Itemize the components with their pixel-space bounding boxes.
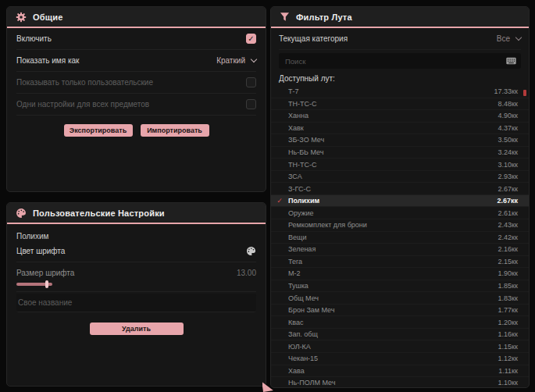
list-item[interactable]: Полихим2.67кк <box>271 195 529 208</box>
list-item[interactable]: Чекан-151.12кк <box>271 353 529 365</box>
list-item[interactable]: Хавк4.37кк <box>271 123 529 135</box>
custom-name-input[interactable] <box>16 294 256 312</box>
loot-item-name: Т-7 <box>288 87 494 95</box>
loot-item-value: 2.43кк <box>498 221 518 229</box>
list-item[interactable]: ТН-ТС-С3.10кк <box>271 159 529 171</box>
list-item[interactable]: Ремкомплект для брони2.43кк <box>271 219 529 232</box>
slider-handle[interactable] <box>45 280 48 288</box>
font-size-slider[interactable] <box>16 283 52 286</box>
loot-item-name: ТН-ТС-С <box>288 100 498 108</box>
enable-label: Включить <box>16 34 52 43</box>
loot-list-label: Доступный лут: <box>279 74 521 83</box>
loot-item-name: З-ГС-С <box>288 185 498 193</box>
panel-title: Пользовательские Настройки <box>33 208 165 218</box>
enable-checkbox[interactable] <box>246 34 256 44</box>
loot-item-value: 1.10кк <box>498 379 518 387</box>
panel-title: Общие <box>33 12 63 22</box>
loot-item-name: М-2 <box>288 269 498 277</box>
loot-item-name: Зап. общ <box>288 330 498 338</box>
list-item[interactable]: Ханна4.90кк <box>271 110 529 123</box>
export-button[interactable]: Экспортировать <box>64 124 133 137</box>
display-name-row: Показать имя как Краткий <box>16 50 256 72</box>
loot-item-value: 1.15кк <box>498 343 518 351</box>
list-item[interactable]: Квас1.20кк <box>271 316 529 329</box>
search-input[interactable] <box>284 56 501 66</box>
list-item[interactable]: Зеленая2.16кк <box>271 244 529 256</box>
list-item[interactable]: ТН-ТС-С8.48кк <box>271 98 529 111</box>
list-item[interactable]: Тега2.15кк <box>271 256 529 269</box>
loot-item-value: 1.90кк <box>498 269 518 277</box>
loot-filter-panel-header[interactable]: Фильтр Лута <box>271 7 529 28</box>
color-palette-icon[interactable] <box>246 246 256 256</box>
delete-button[interactable]: Удалить <box>90 323 184 335</box>
loot-item-value: 4.90кк <box>498 112 518 119</box>
loot-item-value: 1.11кк <box>498 367 518 375</box>
only-custom-checkbox[interactable] <box>246 77 256 87</box>
scrollbar-thumb[interactable] <box>523 90 526 96</box>
loot-item-name: ЗСА <box>288 173 498 180</box>
list-item[interactable]: М-21.90кк <box>271 268 529 280</box>
category-row: Текущая категория Все <box>279 28 521 50</box>
palette-icon <box>16 208 27 219</box>
user-settings-panel-header[interactable]: Пользовательские Настройки <box>7 203 266 224</box>
panel-title: Фильтр Лута <box>296 12 352 22</box>
display-name-combo[interactable]: Краткий <box>216 56 256 65</box>
loot-item-value: 2.15кк <box>498 258 518 265</box>
combo-value: Все <box>497 34 510 43</box>
font-color-row: Цвет шрифта <box>16 241 256 262</box>
loot-item-value: 2.61кк <box>498 209 518 217</box>
loot-item-name: Хавк <box>288 124 498 132</box>
general-panel-header[interactable]: Общие <box>7 7 266 28</box>
font-color-label: Цвет шрифта <box>16 247 65 255</box>
loot-item-name: Брон Зам Меч <box>288 306 498 314</box>
loot-item-name: Квас <box>288 319 498 326</box>
loot-item-name: Тушка <box>288 282 498 290</box>
category-label: Текущая категория <box>279 34 348 43</box>
loot-item-name: Нь-БЬ Меч <box>288 148 498 156</box>
resize-grip[interactable] <box>262 380 273 392</box>
loot-item-name: Нь-ПОЛМ Меч <box>288 379 498 387</box>
display-name-label: Показать имя как <box>16 56 79 65</box>
list-item[interactable]: Хава1.11кк <box>271 365 529 378</box>
same-settings-checkbox[interactable] <box>246 99 256 109</box>
loot-item-name: ТН-ТС-С <box>288 161 498 169</box>
loot-item-name: Полихим <box>288 197 497 205</box>
loot-filter-panel: Фильтр Лута Текущая категория Все <box>270 6 530 388</box>
list-item[interactable]: ЗБ-ЗО Меч3.50кк <box>271 134 529 147</box>
list-item[interactable]: Оружие2.61кк <box>271 207 529 219</box>
only-custom-row: Показывать только пользовательские <box>16 72 256 94</box>
list-item[interactable]: З-ГС-С2.67кк <box>271 183 529 195</box>
list-item[interactable]: ЮЛ-КА1.15кк <box>271 340 529 353</box>
list-item[interactable]: ЗСА2.93кк <box>271 171 529 184</box>
loot-item-value: 3.10кк <box>498 161 518 169</box>
list-item[interactable]: Зап. общ1.16кк <box>271 329 529 341</box>
loot-item-value: 1.77кк <box>498 306 518 314</box>
list-item[interactable]: Общ Меч1.83кк <box>271 292 529 305</box>
keyboard-icon[interactable] <box>506 57 516 65</box>
list-item[interactable]: Т-717.33кк <box>271 86 529 98</box>
import-button[interactable]: Импортировать <box>141 124 209 137</box>
loot-item-value: 2.93кк <box>498 173 518 180</box>
loot-item-name: Ханна <box>288 112 498 119</box>
chevron-down-icon <box>515 34 522 41</box>
same-settings-row: Одни настройки для всех предметов <box>16 94 256 116</box>
category-combo[interactable]: Все <box>497 34 521 43</box>
only-custom-label: Показывать только пользовательские <box>16 78 153 87</box>
loot-item-value: 2.67кк <box>497 197 518 205</box>
loot-item-value: 3.50кк <box>498 136 518 144</box>
user-settings-panel: Пользовательские Настройки Полихим Цвет … <box>6 202 266 387</box>
list-item[interactable]: Нь-ПОЛМ Меч1.10кк <box>271 377 529 387</box>
loot-item-name: Хава <box>288 367 498 375</box>
font-size-row: Размер шрифта 13.00 <box>16 265 256 280</box>
loot-item-value: 1.85кк <box>498 282 518 290</box>
loot-item-value: 8.48кк <box>498 100 518 108</box>
loot-item-value: 1.20кк <box>498 319 518 326</box>
list-item[interactable]: Вещи2.42кк <box>271 232 529 244</box>
search-box[interactable] <box>279 53 521 69</box>
loot-item-value: 1.83кк <box>498 294 518 302</box>
list-item[interactable]: Нь-БЬ Меч3.24кк <box>271 147 529 159</box>
chevron-down-icon <box>251 56 257 62</box>
loot-item-name: Общ Меч <box>288 294 498 302</box>
list-item[interactable]: Брон Зам Меч1.77кк <box>271 305 529 317</box>
list-item[interactable]: Тушка1.85кк <box>271 280 529 293</box>
